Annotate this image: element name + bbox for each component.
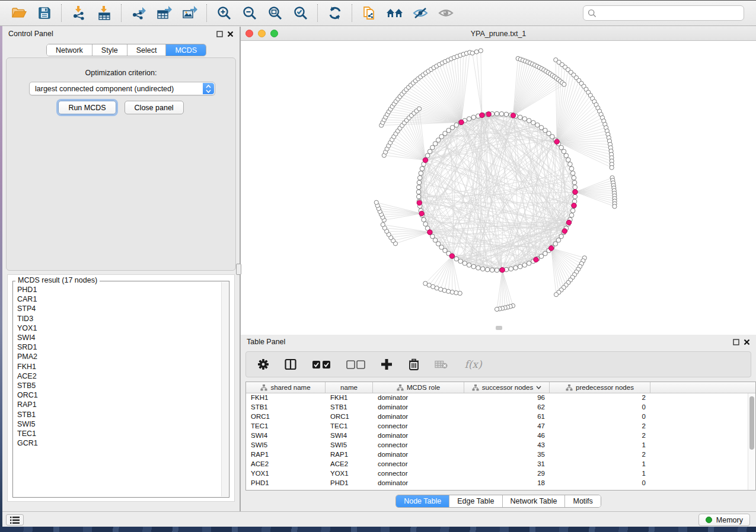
mcds-result-item[interactable]: ORC1 <box>17 390 221 400</box>
graph-leaf-node[interactable] <box>381 223 385 227</box>
graph-node[interactable] <box>425 153 430 158</box>
mcds-result-item[interactable]: ACE2 <box>17 371 221 381</box>
mcds-result-item[interactable]: CAR1 <box>17 294 221 304</box>
table-cell-name[interactable]: SWI5 <box>326 441 373 450</box>
graph-node[interactable] <box>467 117 471 121</box>
graph-leaf-node[interactable] <box>417 107 421 111</box>
table-vscroll-thumb[interactable] <box>749 396 754 450</box>
table-cell-shared-name[interactable]: FKH1 <box>246 393 326 403</box>
mcds-result-item[interactable]: FKH1 <box>17 362 221 371</box>
table-cell-predecessor-nodes[interactable]: 2 <box>550 431 650 441</box>
graph-node[interactable] <box>416 190 421 194</box>
graph-node[interactable] <box>504 112 509 117</box>
table-row[interactable]: YOX1YOX1connector291 <box>246 469 748 479</box>
column-header-predecessor-nodes[interactable]: predecessor nodes <box>550 382 650 393</box>
refresh-button[interactable] <box>322 2 347 24</box>
table-cell-successor-nodes[interactable]: 18 <box>464 479 550 488</box>
graph-leaf-node[interactable] <box>450 290 454 294</box>
graph-node[interactable] <box>420 166 425 171</box>
graph-node[interactable] <box>419 171 423 176</box>
table-row[interactable]: ORC1ORC1dominator610 <box>246 412 748 422</box>
graph-hub-node[interactable] <box>573 190 578 194</box>
network-window-titlebar[interactable]: YPA_prune.txt_1 <box>241 27 756 41</box>
graph-node[interactable] <box>495 268 499 273</box>
graph-node[interactable] <box>527 118 531 123</box>
table-cell-predecessor-nodes[interactable]: 0 <box>550 403 650 412</box>
network-canvas[interactable] <box>241 41 756 335</box>
search-box[interactable] <box>583 5 744 21</box>
optimization-criterion-select[interactable]: largest connected component (undirected) <box>29 82 215 95</box>
graph-node[interactable] <box>527 261 531 266</box>
graph-leaf-node[interactable] <box>495 307 499 311</box>
zoom-in-button[interactable] <box>211 2 237 24</box>
graph-node[interactable] <box>450 126 455 130</box>
table-cell-successor-nodes[interactable]: 47 <box>464 422 550 431</box>
tab-network-table[interactable]: Network Table <box>503 495 566 507</box>
table-cell-name[interactable]: ACE2 <box>326 460 373 469</box>
mcds-result-item[interactable]: GCR1 <box>17 438 221 448</box>
open-file-button[interactable] <box>6 2 31 24</box>
table-cell-shared-name[interactable]: TEC1 <box>246 422 326 431</box>
table-cell-successor-nodes[interactable]: 62 <box>464 403 550 412</box>
graph-node[interactable] <box>458 259 463 264</box>
import-network-button[interactable] <box>66 2 91 24</box>
graph-node[interactable] <box>476 265 481 270</box>
table-cell-shared-name[interactable]: RAP1 <box>246 450 326 460</box>
zoom-out-button[interactable] <box>237 2 262 24</box>
table-cell-mcds-role[interactable]: dominator <box>373 450 464 460</box>
mcds-result-item[interactable]: TID3 <box>17 314 221 323</box>
graph-node[interactable] <box>416 194 421 199</box>
tab-network[interactable]: Network <box>47 44 92 56</box>
graph-hub-node[interactable] <box>423 158 428 162</box>
graph-node[interactable] <box>564 153 569 158</box>
graph-node[interactable] <box>485 267 490 272</box>
first-neighbors-button[interactable] <box>382 2 407 24</box>
graph-node[interactable] <box>417 175 422 180</box>
graph-node[interactable] <box>573 185 578 190</box>
table-vscrollbar[interactable] <box>748 393 755 490</box>
graph-hub-node[interactable] <box>554 139 559 144</box>
graph-leaf-node[interactable] <box>374 200 378 204</box>
mcds-result-item[interactable]: PHD1 <box>17 285 221 294</box>
canvas-hscroll-thumb[interactable] <box>496 326 502 330</box>
close-panel-icon[interactable] <box>227 31 234 37</box>
run-mcds-button[interactable]: Run MCDS <box>58 101 116 114</box>
tab-select[interactable]: Select <box>127 44 167 56</box>
tab-node-table[interactable]: Node Table <box>396 495 449 507</box>
select-all-button[interactable] <box>311 358 331 371</box>
table-cell-predecessor-nodes[interactable]: 2 <box>550 450 650 460</box>
column-header-successor-nodes[interactable]: successor nodes <box>464 382 550 393</box>
graph-leaf-node[interactable] <box>610 165 614 169</box>
graph-hub-node[interactable] <box>428 230 432 235</box>
delete-table-button[interactable] <box>435 358 448 371</box>
graph-node[interactable] <box>499 111 504 116</box>
graph-hub-node[interactable] <box>500 267 505 272</box>
mcds-result-item[interactable]: STB5 <box>17 381 221 390</box>
graph-hub-node[interactable] <box>534 257 538 262</box>
table-row[interactable]: FKH1FKH1dominator962 <box>246 393 748 403</box>
mcds-result-item[interactable]: YOX1 <box>17 323 221 333</box>
splitter-handle[interactable] <box>236 264 241 275</box>
table-cell-name[interactable]: ORC1 <box>326 412 373 422</box>
result-list-scrollbar[interactable] <box>221 282 228 496</box>
graph-node[interactable] <box>518 115 522 120</box>
mcds-result-item[interactable]: RAP1 <box>17 400 221 409</box>
graph-node[interactable] <box>562 149 566 154</box>
table-row[interactable]: RAP1RAP1dominator352 <box>246 450 748 460</box>
graph-node[interactable] <box>570 209 575 213</box>
graph-node[interactable] <box>417 180 422 185</box>
mcds-result-item[interactable]: STB1 <box>17 410 221 419</box>
table-cell-name[interactable]: STB1 <box>326 403 373 412</box>
add-column-button[interactable] <box>380 358 393 371</box>
graph-node[interactable] <box>518 264 522 269</box>
float-panel-icon[interactable] <box>216 31 223 37</box>
graph-node[interactable] <box>430 234 435 239</box>
table-cell-successor-nodes[interactable]: 46 <box>464 431 550 441</box>
table-cell-shared-name[interactable]: PHD1 <box>246 479 326 488</box>
table-cell-name[interactable]: SWI4 <box>326 431 373 441</box>
table-cell-predecessor-nodes[interactable]: 1 <box>550 469 650 479</box>
table-cell-mcds-role[interactable]: dominator <box>373 479 464 488</box>
import-table-button[interactable] <box>91 2 117 24</box>
graph-leaf-node[interactable] <box>613 204 617 209</box>
graph-leaf-node[interactable] <box>554 293 558 297</box>
